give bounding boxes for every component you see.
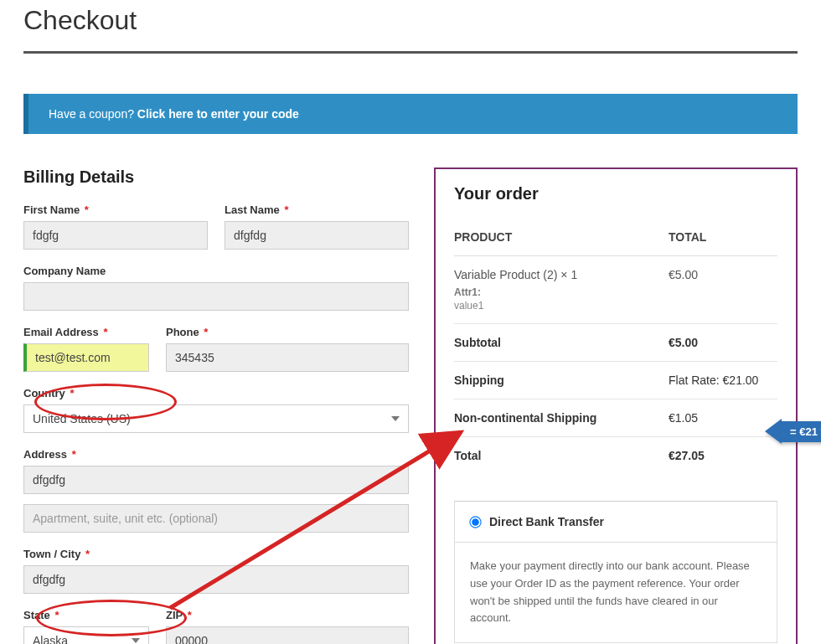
phone-label: Phone * [166,326,409,338]
product-total: €5.00 [669,256,777,324]
company-input[interactable] [23,282,409,311]
last-name-label: Last Name * [225,204,409,216]
state-value: Alaska [33,634,68,644]
shipping-label: Shipping [454,362,669,399]
email-label: Email Address * [23,326,149,338]
coupon-notice[interactable]: Have a coupon? Click here to enter your … [23,94,798,134]
order-heading: Your order [454,184,777,204]
state-select[interactable]: Alaska [23,626,149,644]
country-label: Country * [23,387,409,399]
product-cell: Variable Product (2) × 1 Attr1: value1 [454,256,669,324]
subtotal-value: €5.00 [669,324,777,362]
first-name-label: First Name * [23,204,208,216]
billing-heading: Billing Details [23,167,409,187]
payment-description: Make your payment directly into our bank… [454,543,777,643]
extra-shipping-label: Non-continental Shipping [454,399,669,437]
address-label: Address * [23,448,409,461]
total-label: Total [454,437,669,475]
page-title: Checkout [23,5,798,36]
chevron-down-icon [391,416,400,421]
email-input[interactable] [23,343,149,372]
total-value: €27.05 [669,437,777,475]
address2-input[interactable] [23,504,409,533]
zip-label: ZIP * [166,609,409,621]
state-label: State * [23,609,149,621]
chevron-down-icon [132,638,140,643]
payment-radio-bank[interactable] [469,516,481,528]
country-select[interactable]: United States (US) [23,404,409,433]
shipping-value: Flat Rate: €21.00 [669,362,777,399]
title-divider [23,51,798,54]
phone-input[interactable] [166,343,409,372]
company-label: Company Name [23,265,409,277]
col-total: TOTAL [669,224,777,256]
subtotal-label: Subtotal [454,324,669,362]
zip-input[interactable] [166,626,409,644]
first-name-input[interactable] [23,221,208,250]
city-label: Town / City * [23,548,409,560]
order-summary: Your order PRODUCT TOTAL Variable Produc… [434,167,798,644]
country-value: United States (US) [33,412,131,425]
payment-method: Direct Bank Transfer [454,501,777,543]
last-name-input[interactable] [225,221,409,250]
coupon-prompt: Have a coupon? [49,107,137,121]
address-input[interactable] [23,466,409,494]
col-product: PRODUCT [454,224,669,256]
payment-option-label: Direct Bank Transfer [489,515,604,528]
coupon-link[interactable]: Click here to enter your code [137,107,299,121]
city-input[interactable] [23,565,409,594]
extra-shipping-value: €1.05 [669,399,777,437]
